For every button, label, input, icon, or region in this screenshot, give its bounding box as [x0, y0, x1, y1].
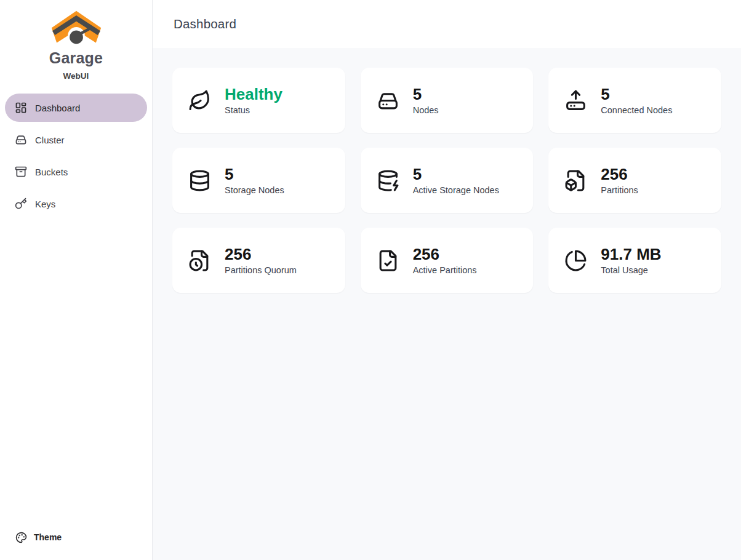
sidebar-item-cluster[interactable]: Cluster	[5, 126, 147, 154]
stat-label: Status	[225, 105, 282, 115]
stat-card-total-usage: 91.7 MB Total Usage	[548, 228, 721, 293]
file-box-icon	[564, 169, 587, 192]
page-header: Dashboard	[153, 0, 741, 48]
stat-value: 5	[601, 86, 672, 103]
stat-card-active-partitions: 256 Active Partitions	[361, 228, 534, 293]
leaf-icon	[188, 89, 211, 112]
sidebar-item-label: Cluster	[35, 135, 65, 145]
archive-icon	[15, 166, 27, 178]
key-icon	[15, 198, 27, 210]
stat-label: Active Storage Nodes	[413, 185, 499, 195]
stat-value: 256	[413, 246, 477, 263]
stat-card-active-storage-nodes: 5 Active Storage Nodes	[361, 148, 534, 213]
stat-label: Active Partitions	[413, 265, 477, 275]
stat-label: Nodes	[413, 105, 439, 115]
sidebar-item-label: Buckets	[35, 167, 68, 177]
file-clock-icon	[188, 249, 211, 272]
theme-label: Theme	[34, 532, 62, 542]
sidebar-item-keys[interactable]: Keys	[5, 190, 147, 218]
stat-value: 256	[601, 166, 638, 183]
page-title: Dashboard	[174, 17, 236, 31]
garage-logo-icon	[0, 10, 152, 48]
sidebar-item-dashboard[interactable]: Dashboard	[5, 94, 147, 122]
sidebar-footer: Theme	[0, 524, 152, 560]
stat-card-partitions-quorum: 256 Partitions Quorum	[172, 228, 345, 293]
app-name: Garage	[0, 49, 152, 67]
hard-drive-icon	[15, 134, 27, 146]
stat-label: Partitions	[601, 185, 638, 195]
database-zap-icon	[377, 169, 399, 192]
sidebar: Garage WebUI Dashboard Cluster Buckets	[0, 0, 153, 560]
stat-value: Healthy	[225, 86, 282, 103]
stat-card-nodes: 5 Nodes	[361, 68, 534, 133]
theme-button[interactable]: Theme	[5, 524, 147, 550]
database-icon	[188, 169, 211, 192]
main-area: Dashboard Healthy Status 5 Nodes	[153, 0, 741, 560]
hard-drive-icon	[377, 89, 399, 112]
file-check-icon	[377, 249, 399, 272]
stat-label: Partitions Quorum	[225, 265, 297, 275]
pie-chart-icon	[564, 249, 587, 272]
sidebar-item-label: Keys	[35, 199, 55, 209]
layout-dashboard-icon	[15, 102, 27, 114]
stat-label: Connected Nodes	[601, 105, 672, 115]
palette-icon	[15, 532, 27, 543]
stat-value: 5	[413, 86, 439, 103]
stat-value: 5	[225, 166, 284, 183]
stat-value: 256	[225, 246, 297, 263]
stat-value: 91.7 MB	[601, 246, 661, 263]
stat-value: 5	[413, 166, 499, 183]
sidebar-item-label: Dashboard	[35, 103, 80, 113]
stat-card-connected-nodes: 5 Connected Nodes	[548, 68, 721, 133]
stat-label: Total Usage	[601, 265, 661, 275]
stat-card-partitions: 256 Partitions	[548, 148, 721, 213]
stat-card-status: Healthy Status	[172, 68, 345, 133]
stat-card-storage-nodes: 5 Storage Nodes	[172, 148, 345, 213]
sidebar-item-buckets[interactable]: Buckets	[5, 158, 147, 186]
app-subtitle: WebUI	[0, 71, 152, 81]
dashboard-cards: Healthy Status 5 Nodes 5 Connected Nodes	[153, 48, 741, 560]
hard-drive-upload-icon	[564, 89, 587, 112]
sidebar-nav: Dashboard Cluster Buckets Keys	[0, 94, 152, 218]
logo-area: Garage WebUI	[0, 0, 152, 81]
stat-label: Storage Nodes	[225, 185, 284, 195]
